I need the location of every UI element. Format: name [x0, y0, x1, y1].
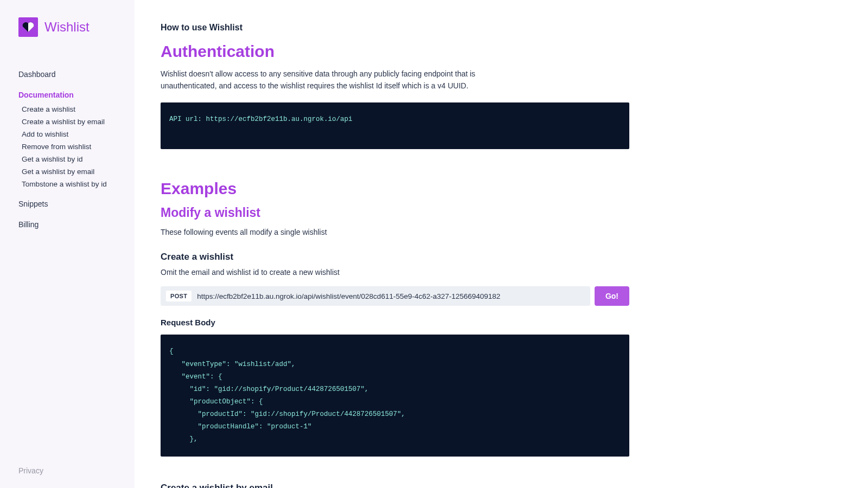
nav-item-billing[interactable]: Billing [18, 216, 116, 233]
nav-sub-create-by-email[interactable]: Create a wishlist by email [22, 115, 116, 128]
create-by-email-heading: Create a wishlist by email [161, 483, 629, 488]
brand-logo-icon [18, 17, 38, 37]
brand-title: Wishlist [44, 20, 90, 35]
endpoint-row: POST https://ecfb2bf2e11b.au.ngrok.io/ap… [161, 286, 629, 306]
modify-intro: These following events all modify a sing… [161, 228, 629, 236]
content: How to use Wishlist Authentication Wishl… [135, 0, 655, 488]
nav-sub-get-by-id[interactable]: Get a wishlist by id [22, 153, 116, 165]
doc-subnav: Create a wishlist Create a wishlist by e… [22, 103, 116, 190]
nav-sub-remove-from[interactable]: Remove from wishlist [22, 140, 116, 153]
nav-sub-create-wishlist[interactable]: Create a wishlist [22, 103, 116, 115]
nav-item-snippets[interactable]: Snippets [18, 196, 116, 212]
brand: Wishlist [0, 17, 135, 37]
sidebar: Wishlist Dashboard Documentation Create … [0, 0, 135, 488]
endpoint-box: POST https://ecfb2bf2e11b.au.ngrok.io/ap… [161, 286, 590, 306]
nav-sub-add-to[interactable]: Add to wishlist [22, 128, 116, 140]
sidebar-nav: Dashboard Documentation Create a wishlis… [0, 66, 135, 466]
privacy-link[interactable]: Privacy [18, 466, 43, 475]
auth-heading: Authentication [161, 42, 629, 61]
main: How to use Wishlist Authentication Wishl… [135, 0, 868, 488]
nav-item-documentation[interactable]: Documentation [18, 87, 116, 103]
request-body-code: { "eventType": "wishlist/add", "event": … [161, 335, 629, 457]
request-body-label: Request Body [161, 318, 629, 327]
create-heading: Create a wishlist [161, 252, 629, 262]
nav-sub-tombstone[interactable]: Tombstone a wishlist by id [22, 178, 116, 190]
auth-code-block: API url: https://ecfb2bf2e11b.au.ngrok.i… [161, 102, 629, 149]
page-title: How to use Wishlist [161, 23, 629, 33]
auth-body: Wishlist doesn't allow access to any sen… [161, 68, 513, 92]
modify-heading: Modify a wishlist [161, 206, 629, 220]
sidebar-footer: Privacy [0, 466, 135, 475]
create-desc: Omit the email and wishlist id to create… [161, 268, 629, 277]
nav-sub-get-by-email[interactable]: Get a wishlist by email [22, 165, 116, 178]
endpoint-url: https://ecfb2bf2e11b.au.ngrok.io/api/wis… [197, 292, 500, 300]
nav-item-dashboard[interactable]: Dashboard [18, 66, 116, 82]
app-root: Wishlist Dashboard Documentation Create … [0, 0, 868, 488]
examples-heading: Examples [161, 179, 629, 198]
go-button[interactable]: Go! [595, 286, 629, 306]
method-badge: POST [166, 291, 192, 301]
